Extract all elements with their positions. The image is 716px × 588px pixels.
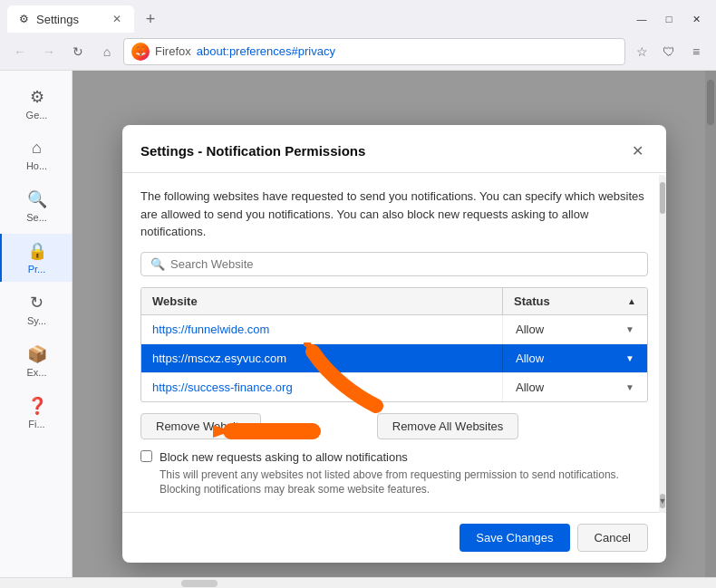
search-website-input[interactable] xyxy=(170,257,638,271)
table-row[interactable]: https://success-finance.org Allow ▼ xyxy=(141,373,647,401)
modal-scrollbar[interactable]: ▼ xyxy=(659,175,666,513)
col-status-label: Status xyxy=(514,294,550,308)
status-value: Allow xyxy=(516,381,544,394)
block-notifications-checkbox[interactable] xyxy=(140,450,152,462)
sidebar-item-sync[interactable]: ↻ Sy... xyxy=(0,285,72,333)
status-dropdown[interactable]: Allow ▼ xyxy=(510,350,640,367)
modal-description: The following websites have requested to… xyxy=(140,188,648,241)
minimize-button[interactable]: — xyxy=(629,9,654,29)
browser-name-label: Firefox xyxy=(155,44,191,58)
sidebar-label-privacy: Pr... xyxy=(28,264,46,275)
remove-all-websites-button[interactable]: Remove All Websites xyxy=(377,413,519,439)
sidebar-label-search: Se... xyxy=(26,212,47,223)
notification-permissions-modal: ▼ Settings - Notification Permissions ✕ … xyxy=(122,125,666,563)
search-icon: 🔍 xyxy=(27,189,47,209)
modal-header: Settings - Notification Permissions ✕ xyxy=(122,125,666,173)
forward-button[interactable]: → xyxy=(36,39,62,64)
firefox-logo-icon: 🦊 xyxy=(131,43,150,61)
table-row[interactable]: https://mscxz.esyvuc.com Allow ▼ xyxy=(141,344,647,373)
sync-icon: ↻ xyxy=(30,293,44,313)
extensions-icon: 📦 xyxy=(27,344,47,364)
home-icon: ⌂ xyxy=(32,139,42,158)
table-actions-row: Remove Website xyxy=(140,413,648,439)
url-cell: https://mscxz.esyvuc.com xyxy=(141,344,502,372)
checkbox-description: This will prevent any websites not liste… xyxy=(160,468,648,498)
modal-footer: Save Changes Cancel xyxy=(122,512,666,563)
col-website-header: Website xyxy=(141,288,502,314)
search-website-box[interactable]: 🔍 xyxy=(140,252,648,276)
modal-title: Settings - Notification Permissions xyxy=(140,143,365,159)
window-controls: — □ ✕ xyxy=(629,9,709,29)
col-status-header: Status ▲ xyxy=(502,288,647,314)
chevron-down-icon: ▼ xyxy=(625,353,634,363)
url-cell: https://funnelwide.com xyxy=(141,315,502,343)
sidebar-item-extensions[interactable]: 📦 Ex... xyxy=(0,337,72,385)
status-dropdown[interactable]: Allow ▼ xyxy=(510,321,640,338)
tab-icon: ⚙ xyxy=(16,12,31,26)
browser-frame: ⚙ Settings ✕ + — □ ✕ ← → ↻ ⌂ 🦊 Firefox a… xyxy=(0,0,716,588)
title-bar: ⚙ Settings ✕ + — □ ✕ xyxy=(0,0,716,33)
sidebar-label-home: Ho... xyxy=(26,160,47,171)
address-bar[interactable]: 🦊 Firefox about:preferences#privacy xyxy=(123,38,625,65)
block-new-requests-row: Block new requests asking to allow notif… xyxy=(140,450,648,498)
checkbox-label-group: Block new requests asking to allow notif… xyxy=(160,450,648,498)
status-cell[interactable]: Allow ▼ xyxy=(502,373,647,401)
browser-content: ⚙ Ge... ⌂ Ho... 🔍 Se... 🔒 Pr... ↻ Sy... … xyxy=(0,71,716,577)
nav-bar: ← → ↻ ⌂ 🦊 Firefox about:preferences#priv… xyxy=(0,33,716,71)
sidebar-label-firefox: Fi... xyxy=(28,419,44,429)
save-changes-button[interactable]: Save Changes xyxy=(460,524,569,552)
new-tab-button[interactable]: + xyxy=(138,6,163,32)
url-cell: https://success-finance.org xyxy=(141,373,502,401)
sidebar-label-general: Ge... xyxy=(26,110,48,120)
main-content: ▼ Settings - Notification Permissions ✕ … xyxy=(73,71,716,577)
horizontal-scrollbar-thumb xyxy=(181,580,218,587)
horizontal-scrollbar[interactable] xyxy=(0,577,716,588)
search-icon: 🔍 xyxy=(150,257,165,271)
privacy-icon: 🔒 xyxy=(27,241,47,261)
tab-close-button[interactable]: ✕ xyxy=(109,11,125,27)
status-value: Allow xyxy=(516,352,544,365)
modal-close-button[interactable]: ✕ xyxy=(626,140,648,161)
tab-title: Settings xyxy=(36,13,79,26)
sidebar-label-sync: Sy... xyxy=(27,315,46,326)
sidebar-item-privacy[interactable]: 🔒 Pr... xyxy=(0,234,72,282)
url-display: about:preferences#privacy xyxy=(197,44,335,58)
sidebar-item-general[interactable]: ⚙ Ge... xyxy=(0,80,72,128)
modal-overlay: ▼ Settings - Notification Permissions ✕ … xyxy=(73,71,716,577)
general-icon: ⚙ xyxy=(30,87,44,107)
nav-right-icons: ☆ 🛡 ≡ xyxy=(629,39,709,64)
firefox-help-icon: ❓ xyxy=(27,396,47,416)
status-cell[interactable]: Allow ▼ xyxy=(502,315,647,343)
table-header: Website Status ▲ xyxy=(141,288,647,315)
chevron-down-icon: ▼ xyxy=(625,324,634,334)
scroll-down-arrow: ▼ xyxy=(660,494,665,508)
sidebar-item-firefox[interactable]: ❓ Fi... xyxy=(0,389,72,437)
chevron-down-icon: ▼ xyxy=(625,382,634,392)
reload-button[interactable]: ↻ xyxy=(65,39,91,64)
maximize-button[interactable]: □ xyxy=(656,9,682,29)
home-button[interactable]: ⌂ xyxy=(94,39,120,64)
status-dropdown[interactable]: Allow ▼ xyxy=(510,379,640,396)
browser-tab[interactable]: ⚙ Settings ✕ xyxy=(7,5,134,33)
sort-icon: ▲ xyxy=(627,296,636,306)
sidebar-label-extensions: Ex... xyxy=(26,367,46,378)
status-value: Allow xyxy=(516,323,544,336)
back-button[interactable]: ← xyxy=(7,39,33,64)
permissions-table: Website Status ▲ https://funnelwide.com xyxy=(140,287,648,402)
sidebar-item-search[interactable]: 🔍 Se... xyxy=(0,182,72,230)
shield-button[interactable]: 🛡 xyxy=(656,39,682,64)
status-cell[interactable]: Allow ▼ xyxy=(502,344,647,372)
cancel-button[interactable]: Cancel xyxy=(577,524,648,552)
table-row[interactable]: https://funnelwide.com Allow ▼ xyxy=(141,315,647,344)
modal-scrollbar-thumb xyxy=(660,182,665,214)
sidebar: ⚙ Ge... ⌂ Ho... 🔍 Se... 🔒 Pr... ↻ Sy... … xyxy=(0,71,73,577)
menu-button[interactable]: ≡ xyxy=(683,39,709,64)
bookmark-button[interactable]: ☆ xyxy=(629,39,654,64)
sidebar-item-home[interactable]: ⌂ Ho... xyxy=(0,131,72,178)
remove-website-button[interactable]: Remove Website xyxy=(140,413,261,439)
close-button[interactable]: ✕ xyxy=(683,9,709,29)
modal-body: The following websites have requested to… xyxy=(122,173,666,512)
checkbox-label[interactable]: Block new requests asking to allow notif… xyxy=(160,450,648,464)
